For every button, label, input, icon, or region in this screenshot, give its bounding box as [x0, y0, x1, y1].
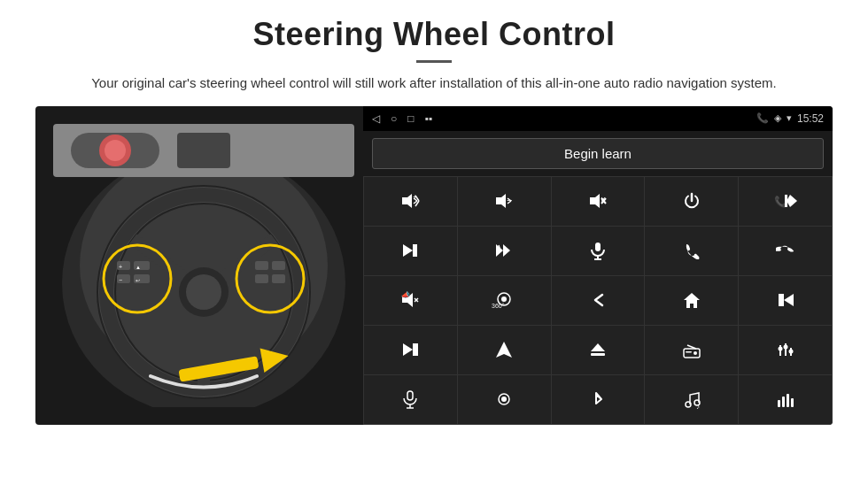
home-button[interactable]: [645, 276, 738, 325]
page-title: Steering Wheel Control: [252, 16, 615, 53]
vol-up-button[interactable]: +: [364, 177, 457, 226]
android-panel: ◁ ○ □ ▪▪ 📞 ◈ ▾ 15:52 Begin learn: [363, 106, 833, 425]
svg-text:♪: ♪: [696, 403, 700, 409]
content-area: + − ▲ ↩: [35, 106, 833, 425]
svg-rect-91: [787, 394, 789, 407]
svg-point-78: [778, 347, 782, 351]
camera-360-button[interactable]: 360°: [458, 276, 551, 325]
home-circle-icon: ○: [391, 112, 397, 125]
svg-rect-28: [272, 261, 285, 270]
status-icons-left: ◁ ○ □ ▪▪: [372, 112, 432, 125]
location-icon: ◈: [774, 112, 781, 124]
svg-text:360°: 360°: [492, 303, 505, 309]
control-grid: + −: [363, 176, 833, 425]
svg-marker-67: [403, 343, 413, 356]
hangup-button[interactable]: [739, 227, 832, 275]
svg-marker-32: [402, 194, 412, 208]
svg-text:−: −: [119, 277, 122, 283]
svg-text:▲: ▲: [136, 265, 141, 270]
horn-button[interactable]: 📣: [364, 276, 457, 325]
bluetooth-button[interactable]: [552, 375, 645, 424]
svg-marker-65: [784, 294, 794, 306]
status-right: 📞 ◈ ▾ 15:52: [756, 112, 824, 125]
music-button[interactable]: ♪: [645, 375, 738, 424]
svg-text:+: +: [119, 264, 122, 270]
vol-down-button[interactable]: −: [458, 177, 551, 226]
spectrum-button[interactable]: [739, 375, 832, 424]
svg-text:×: ×: [601, 195, 606, 204]
battery-icon: ▪▪: [425, 112, 433, 125]
svg-rect-48: [785, 195, 787, 207]
next-track-button[interactable]: [364, 227, 457, 275]
svg-point-79: [783, 345, 787, 350]
phone-icon: 📞: [756, 112, 769, 124]
microphone-button[interactable]: [552, 227, 645, 275]
eq-button[interactable]: [739, 326, 832, 374]
title-divider: [416, 60, 452, 63]
power-button[interactable]: [645, 177, 738, 226]
svg-rect-89: [778, 400, 780, 407]
navigate-button[interactable]: [458, 326, 551, 374]
svg-rect-92: [791, 398, 794, 407]
time-display: 15:52: [797, 112, 824, 125]
svg-marker-50: [413, 244, 417, 257]
android-panel-wrapper: ◁ ○ □ ▪▪ 📞 ◈ ▾ 15:52 Begin learn: [363, 106, 833, 425]
svg-text:−: −: [507, 195, 512, 205]
recents-icon: □: [407, 112, 414, 125]
svg-marker-49: [403, 244, 413, 257]
page-subtitle: Your original car's steering wheel contr…: [91, 73, 777, 94]
skip-fwd-button[interactable]: [364, 326, 457, 374]
svg-marker-64: [684, 293, 700, 308]
svg-text:↩: ↩: [136, 278, 140, 283]
svg-marker-70: [591, 343, 605, 351]
steering-wheel-svg: + − ▲ ↩: [53, 124, 354, 407]
svg-marker-47: [787, 195, 797, 207]
skip-back-button[interactable]: [739, 276, 832, 325]
svg-rect-90: [782, 396, 785, 407]
begin-learn-button[interactable]: Begin learn: [372, 138, 824, 169]
back-button[interactable]: [552, 276, 645, 325]
svg-marker-66: [779, 294, 784, 306]
wifi-icon: ▾: [787, 112, 792, 124]
svg-point-80: [788, 350, 793, 354]
svg-rect-7: [177, 133, 230, 168]
fast-fwd-button[interactable]: [458, 227, 551, 275]
svg-marker-52: [503, 244, 510, 257]
svg-text:📣: 📣: [401, 290, 410, 299]
begin-learn-row: Begin learn: [363, 131, 833, 176]
svg-point-6: [105, 140, 126, 161]
svg-rect-26: [255, 261, 268, 270]
svg-point-15: [186, 274, 221, 310]
prev-call-button[interactable]: 📞: [739, 177, 832, 226]
status-bar: ◁ ○ □ ▪▪ 📞 ◈ ▾ 15:52: [363, 106, 833, 131]
svg-point-73: [694, 351, 697, 355]
page-wrapper: Steering Wheel Control Your original car…: [0, 0, 868, 485]
svg-rect-29: [272, 274, 285, 283]
svg-rect-54: [595, 242, 601, 251]
svg-rect-27: [255, 274, 268, 283]
eject-button[interactable]: [552, 326, 645, 374]
settings-button[interactable]: [458, 375, 551, 424]
radio-button[interactable]: [645, 326, 738, 374]
svg-rect-71: [591, 353, 605, 356]
svg-marker-42: [590, 194, 600, 208]
mute-button[interactable]: ×: [552, 177, 645, 226]
steering-wheel-image: + − ▲ ↩: [35, 106, 363, 425]
svg-rect-72: [684, 349, 700, 358]
svg-marker-68: [413, 343, 418, 356]
svg-text:+: +: [413, 193, 417, 202]
svg-point-62: [501, 296, 507, 302]
svg-rect-74: [686, 351, 692, 353]
back-arrow-icon: ◁: [372, 112, 380, 125]
svg-point-85: [501, 396, 507, 402]
svg-marker-69: [496, 342, 512, 358]
phone-button[interactable]: [645, 227, 738, 275]
mic2-button[interactable]: [364, 375, 457, 424]
svg-marker-38: [496, 194, 506, 208]
svg-rect-81: [407, 391, 413, 400]
